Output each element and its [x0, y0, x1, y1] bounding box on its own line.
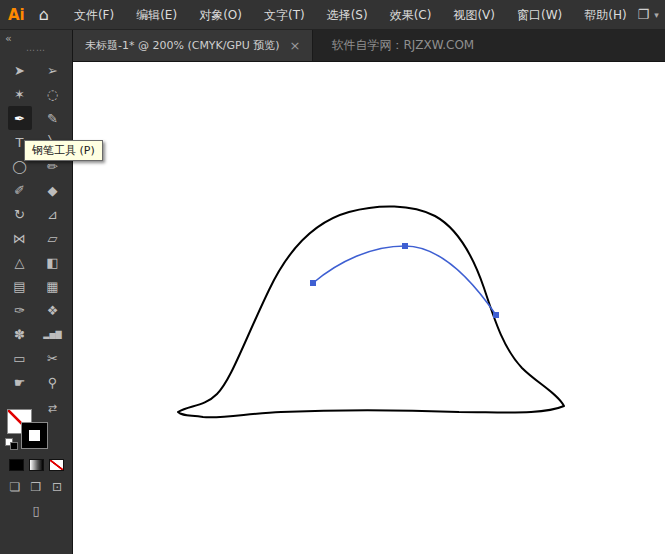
default-fill-stroke-icon[interactable]	[5, 438, 19, 450]
document-tabbar: 未标题-1* @ 200% (CMYK/GPU 预览) × 软件自学网：RJZX…	[73, 30, 665, 62]
direct-selection-tool[interactable]: ➢	[41, 58, 65, 82]
anchor-point-1[interactable]	[402, 243, 408, 249]
color-mode-row	[9, 459, 64, 471]
symbol-sprayer-tool[interactable]: ✽	[8, 322, 32, 346]
menu-view[interactable]: 视图(V)	[442, 0, 506, 30]
pencil-tool[interactable]: ✐	[8, 178, 32, 202]
artboard-canvas[interactable]	[73, 62, 665, 554]
gradient-button[interactable]	[29, 459, 44, 471]
draw-behind-button[interactable]: ❒	[28, 480, 45, 494]
hand-tool[interactable]: ☛	[8, 370, 32, 394]
default-stroke-icon	[10, 442, 18, 450]
draw-normal-button[interactable]: ❏	[7, 480, 24, 494]
anchor-point-2[interactable]	[493, 312, 499, 318]
pen-tool-tooltip: 钢笔工具 (P)	[24, 140, 103, 161]
magic-wand-tool[interactable]: ✶	[8, 82, 32, 106]
zoom-tool[interactable]: ⚲	[41, 370, 65, 394]
collapse-panel-icon[interactable]: «	[0, 30, 17, 45]
document-tab[interactable]: 未标题-1* @ 200% (CMYK/GPU 预览) ×	[73, 30, 313, 61]
lasso-tool[interactable]: ◌	[41, 82, 65, 106]
shape-builder-tool[interactable]: ◧	[41, 250, 65, 274]
curvature-tool[interactable]: ✎	[41, 106, 65, 130]
menu-window[interactable]: 窗口(W)	[506, 0, 573, 30]
artboard-tool[interactable]: ▭	[8, 346, 32, 370]
slice-tool[interactable]: ✂	[41, 346, 65, 370]
chevron-down-icon: ▾	[654, 10, 659, 20]
app-logo: Ai	[0, 6, 35, 24]
rotate-tool[interactable]: ↻	[8, 202, 32, 226]
swap-fill-stroke-icon[interactable]: ⇄	[48, 402, 57, 415]
screen-mode-button[interactable]: ▯	[32, 503, 39, 518]
anchor-point-0[interactable]	[310, 280, 316, 286]
none-button[interactable]	[49, 459, 64, 471]
gradient-tool[interactable]: ▤	[8, 274, 32, 298]
perspective-grid-tool[interactable]: △	[8, 250, 32, 274]
workspace-switcher[interactable]: ❐ ▾	[638, 7, 665, 22]
draw-inside-button[interactable]: ⊡	[49, 480, 66, 494]
close-icon[interactable]: ×	[290, 39, 301, 52]
pen-path	[313, 246, 496, 315]
menu-select[interactable]: 选择(S)	[316, 0, 379, 30]
watermark-text: 软件自学网：RJZXW.COM	[313, 30, 474, 61]
tools-panel: « ⋯⋯ ➤ ➢ ✶ ◌ ✒ ✎ T ╲ ◯ ✏ ✐ ◆ ↻ ⊿ ⋈ ▱ △ ◧…	[0, 30, 73, 554]
width-tool[interactable]: ⋈	[8, 226, 32, 250]
menu-effect[interactable]: 效果(C)	[379, 0, 443, 30]
scale-tool[interactable]: ⊿	[41, 202, 65, 226]
menu-file[interactable]: 文件(F)	[63, 0, 125, 30]
menu-type[interactable]: 文字(T)	[253, 0, 316, 30]
menubar: Ai ⌂ 文件(F) 编辑(E) 对象(O) 文字(T) 选择(S) 效果(C)…	[0, 0, 665, 30]
column-graph-tool[interactable]: ▂▅▇	[41, 322, 65, 346]
selection-tool[interactable]: ➤	[8, 58, 32, 82]
stroke-swatch[interactable]	[22, 423, 47, 448]
menu-object[interactable]: 对象(O)	[188, 0, 253, 30]
drawing-modes-row: ❏ ❒ ⊡	[7, 480, 66, 494]
color-button[interactable]	[9, 459, 24, 471]
hat-outline-path	[178, 206, 564, 417]
eraser-tool[interactable]: ◆	[41, 178, 65, 202]
menu-edit[interactable]: 编辑(E)	[125, 0, 188, 30]
pen-tool[interactable]: ✒	[8, 106, 32, 130]
home-icon[interactable]: ⌂	[35, 5, 63, 24]
document-tab-title: 未标题-1* @ 200% (CMYK/GPU 预览)	[85, 38, 280, 53]
mesh-tool[interactable]: ▦	[41, 274, 65, 298]
eyedropper-tool[interactable]: ✑	[8, 298, 32, 322]
tools-grid: ➤ ➢ ✶ ◌ ✒ ✎ T ╲ ◯ ✏ ✐ ◆ ↻ ⊿ ⋈ ▱ △ ◧ ▤ ▦ …	[8, 58, 65, 394]
panel-drag-handle[interactable]: ⋯⋯	[26, 46, 46, 55]
drawing-svg	[73, 62, 665, 554]
fill-stroke-block: ⇄	[5, 402, 59, 450]
blend-tool[interactable]: ❖	[41, 298, 65, 322]
menu-help[interactable]: 帮助(H)	[573, 0, 637, 30]
free-transform-tool[interactable]: ▱	[41, 226, 65, 250]
workspace-icon: ❐	[638, 7, 650, 22]
